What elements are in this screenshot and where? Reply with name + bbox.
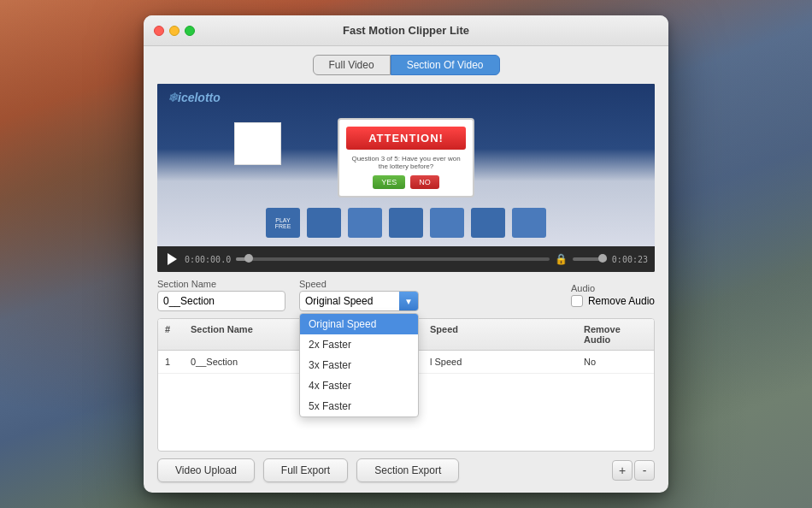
volume-slider[interactable] bbox=[573, 257, 607, 261]
speed-option-original[interactable]: Original Speed bbox=[300, 314, 418, 334]
speed-label: Speed bbox=[299, 279, 419, 289]
speed-field: Speed Original Speed ▼ Original Speed 2x… bbox=[299, 279, 419, 311]
add-remove-buttons: + - bbox=[612, 460, 655, 481]
audio-group: Audio Remove Audio bbox=[571, 283, 655, 307]
remove-audio-checkbox[interactable] bbox=[571, 295, 583, 307]
player-controls: 0:00:00.0 🔒 0:00:23 bbox=[157, 246, 655, 272]
lock-icon: 🔒 bbox=[555, 253, 568, 265]
content-area: Full Video Section Of Video ❄icelotto PL… bbox=[144, 46, 668, 493]
video-player: ❄icelotto PLAYFREE ATTENTION! bbox=[157, 84, 655, 272]
audio-label: Audio bbox=[571, 283, 655, 293]
timeline-thumb bbox=[244, 254, 253, 263]
col-speed: Speed bbox=[423, 322, 577, 346]
col-remove-audio: Remove Audio bbox=[577, 322, 654, 346]
section-controls: Section Name Speed Original Speed ▼ Orig… bbox=[157, 279, 655, 311]
attention-popup: ATTENTION! Question 3 of 5: Have you eve… bbox=[338, 118, 474, 198]
attention-buttons: YES NO bbox=[346, 175, 466, 189]
titlebar: Fast Motion Clipper Lite bbox=[144, 15, 668, 46]
video-content: ❄icelotto PLAYFREE ATTENTION! bbox=[157, 84, 655, 246]
chevron-down-icon: ▼ bbox=[404, 297, 413, 306]
speed-display[interactable]: Original Speed ▼ bbox=[299, 291, 419, 311]
remove-audio-row: Remove Audio bbox=[571, 295, 655, 307]
speed-select-wrapper: Original Speed ▼ Original Speed 2x Faste… bbox=[299, 291, 419, 311]
speed-dropdown: Original Speed 2x Faster 3x Faster 4x Fa… bbox=[299, 313, 419, 417]
add-section-button[interactable]: + bbox=[612, 460, 633, 481]
attention-title: ATTENTION! bbox=[346, 127, 466, 150]
section-export-button[interactable]: Section Export bbox=[356, 458, 459, 482]
video-frame: ❄icelotto PLAYFREE ATTENTION! bbox=[157, 84, 655, 246]
speed-option-5x[interactable]: 5x Faster bbox=[300, 396, 418, 416]
row-speed: l Speed bbox=[423, 354, 577, 369]
tab-full-video[interactable]: Full Video bbox=[313, 55, 391, 75]
col-num: # bbox=[158, 322, 184, 346]
bottom-bar: Video Upload Full Export Section Export … bbox=[157, 458, 655, 482]
remove-section-button[interactable]: - bbox=[634, 460, 655, 481]
section-name-label: Section Name bbox=[157, 279, 285, 289]
time-total: 0:00:23 bbox=[612, 255, 648, 264]
yes-button[interactable]: YES bbox=[373, 175, 405, 189]
section-name-field: Section Name bbox=[157, 279, 285, 311]
tab-bar: Full Video Section Of Video bbox=[157, 55, 655, 75]
play-icon bbox=[168, 253, 177, 265]
speed-option-2x[interactable]: 2x Faster bbox=[300, 334, 418, 355]
speed-option-3x[interactable]: 3x Faster bbox=[300, 355, 418, 375]
window-title: Fast Motion Clipper Lite bbox=[343, 24, 469, 37]
image-placeholder bbox=[234, 122, 281, 165]
timeline[interactable] bbox=[236, 257, 550, 261]
full-export-button[interactable]: Full Export bbox=[263, 458, 348, 482]
remove-audio-label: Remove Audio bbox=[588, 295, 655, 307]
tab-section-of-video[interactable]: Section Of Video bbox=[391, 55, 500, 75]
site-logo: ❄icelotto bbox=[168, 91, 221, 104]
maximize-button[interactable] bbox=[185, 26, 195, 36]
attention-question: Question 3 of 5: Have you ever won the l… bbox=[346, 155, 466, 170]
time-current: 0:00:00.0 bbox=[185, 255, 231, 264]
minimize-button[interactable] bbox=[169, 26, 179, 36]
volume-knob bbox=[598, 254, 607, 263]
row-remove-audio: No bbox=[577, 354, 654, 369]
play-button[interactable] bbox=[164, 251, 179, 267]
speed-dropdown-arrow[interactable]: ▼ bbox=[399, 292, 418, 310]
speed-value: Original Speed bbox=[305, 295, 373, 307]
speed-option-4x[interactable]: 4x Faster bbox=[300, 375, 418, 396]
row-num: 1 bbox=[158, 354, 184, 369]
traffic-lights bbox=[154, 26, 195, 36]
close-button[interactable] bbox=[154, 26, 164, 36]
main-window: Fast Motion Clipper Lite Full Video Sect… bbox=[144, 15, 668, 493]
section-name-input[interactable] bbox=[157, 291, 285, 311]
video-upload-button[interactable]: Video Upload bbox=[157, 458, 255, 482]
no-button[interactable]: NO bbox=[410, 175, 439, 189]
